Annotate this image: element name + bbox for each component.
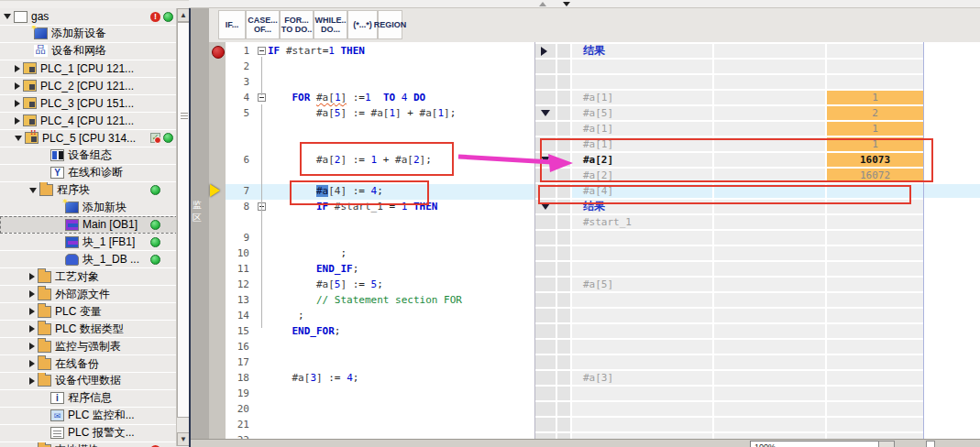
status-checkbox[interactable] bbox=[926, 441, 935, 447]
tree-scrollbar-thumb[interactable] bbox=[177, 22, 190, 418]
breakpoint-icon[interactable] bbox=[212, 46, 225, 59]
chevron-right-icon[interactable] bbox=[29, 377, 35, 385]
monitor-gut-cell[interactable] bbox=[535, 60, 556, 73]
toolbar-button-5[interactable]: REGION bbox=[378, 10, 402, 39]
tree-item-1[interactable]: 添加新设备 bbox=[0, 26, 202, 43]
monitor-gut-cell[interactable] bbox=[535, 371, 556, 385]
toolbar-button-1[interactable]: CASE... OF... bbox=[246, 10, 280, 39]
code-line-15[interactable]: END_FOR; bbox=[268, 324, 340, 338]
tree-item-5[interactable]: PLC_3 [CPU 151... bbox=[0, 95, 191, 113]
toolbar-button-2[interactable]: FOR... TO DO.. bbox=[280, 10, 314, 39]
monitor-val-cell[interactable] bbox=[827, 246, 923, 260]
monitor-gut-cell[interactable] bbox=[535, 184, 556, 198]
monitor-gut-cell[interactable] bbox=[535, 293, 556, 307]
code-line-13[interactable]: // Statement section FOR bbox=[268, 293, 462, 307]
monitor-val-cell[interactable]: 1 bbox=[827, 91, 923, 104]
monitor-val-cell[interactable] bbox=[827, 262, 923, 276]
monitor-val-cell[interactable]: 1 bbox=[827, 122, 923, 136]
code-line-14[interactable]: ; bbox=[268, 309, 304, 322]
chevron-right-icon[interactable] bbox=[29, 290, 35, 298]
zoom-button[interactable] bbox=[878, 441, 895, 447]
monitor-val-cell[interactable] bbox=[827, 418, 923, 431]
splitter-icon-top[interactable]: 监 bbox=[193, 200, 202, 210]
toolbar-button-0[interactable]: IF... bbox=[218, 10, 246, 39]
code-line-5[interactable]: #a[5] := #a[1] + #a[1]; bbox=[268, 106, 456, 120]
monitor-val-cell[interactable] bbox=[827, 355, 923, 369]
chevron-right-icon[interactable] bbox=[29, 325, 35, 333]
tree-item-4[interactable]: PLC_2 [CPU 121... bbox=[0, 78, 191, 95]
code-line-1[interactable]: IF #start=1 THEN bbox=[268, 44, 365, 58]
chevron-right-icon[interactable] bbox=[15, 100, 20, 107]
scroll-down-icon[interactable]: ▼ bbox=[177, 432, 190, 446]
monitor-gut-cell[interactable] bbox=[535, 75, 556, 89]
tree-item-0[interactable]: gas! bbox=[0, 8, 180, 26]
code-line-6[interactable]: #a[2] := 1 + #a[2]; bbox=[268, 153, 432, 167]
code-line-4[interactable]: FOR #a[1] :=1 TO 4 DO bbox=[268, 91, 425, 104]
monitor-val-cell[interactable]: 16072 bbox=[827, 169, 923, 182]
tree-scrollbar[interactable]: ▲ ▼ bbox=[176, 8, 190, 446]
tree-item-2[interactable]: 品设备和网络 bbox=[0, 43, 202, 60]
breakpoint-gutter[interactable] bbox=[209, 42, 226, 447]
monitor-val-cell[interactable]: 2 bbox=[827, 106, 923, 120]
tree-item-17[interactable]: PLC 变量 bbox=[0, 303, 205, 321]
monitor-val-cell[interactable] bbox=[827, 200, 923, 213]
monitor-val-cell[interactable] bbox=[827, 44, 923, 58]
monitor-gut-cell[interactable] bbox=[535, 309, 556, 322]
monitor-val-cell[interactable] bbox=[827, 340, 923, 354]
monitor-gut-cell[interactable] bbox=[535, 278, 556, 291]
collapse-down-icon[interactable] bbox=[563, 2, 570, 6]
tree-item-3[interactable]: PLC_1 [CPU 121... bbox=[0, 60, 191, 78]
chevron-right-icon[interactable] bbox=[29, 308, 35, 315]
monitor-val-cell[interactable] bbox=[827, 75, 923, 89]
chevron-down-icon[interactable] bbox=[4, 14, 11, 19]
monitor-chevron-down-icon[interactable] bbox=[541, 110, 550, 116]
tree-item-16[interactable]: 外部源文件 bbox=[0, 286, 205, 303]
tree-item-19[interactable]: 监控与强制表 bbox=[0, 338, 205, 355]
toolbar-button-3[interactable]: WHILE.. DO... bbox=[314, 10, 347, 39]
chevron-right-icon[interactable] bbox=[15, 82, 20, 90]
monitor-gut-cell[interactable] bbox=[535, 355, 556, 369]
monitor-gut-cell[interactable] bbox=[535, 137, 556, 151]
code-line-10[interactable]: ; bbox=[268, 246, 347, 260]
code-line-11[interactable]: END_IF; bbox=[268, 262, 358, 276]
monitor-gut-cell[interactable] bbox=[535, 91, 556, 104]
tree-item-18[interactable]: PLC 数据类型 bbox=[0, 321, 205, 338]
monitor-val-cell[interactable] bbox=[827, 231, 923, 245]
monitor-gut-cell[interactable] bbox=[535, 340, 556, 354]
monitor-gut-cell[interactable] bbox=[535, 402, 556, 416]
monitor-val-cell[interactable] bbox=[827, 60, 923, 73]
chevron-right-icon[interactable] bbox=[29, 343, 35, 350]
tree-item-21[interactable]: 设备代理数据 bbox=[0, 373, 205, 390]
monitor-val-cell[interactable]: 16073 bbox=[827, 153, 923, 167]
chevron-right-icon[interactable] bbox=[15, 117, 20, 125]
monitor-val-cell[interactable] bbox=[827, 278, 923, 291]
monitor-gut-cell[interactable] bbox=[535, 324, 556, 338]
monitor-gut-cell[interactable] bbox=[535, 387, 556, 400]
chevron-down-icon[interactable] bbox=[15, 136, 22, 141]
chevron-right-icon[interactable] bbox=[29, 273, 35, 280]
monitor-gut-cell[interactable] bbox=[535, 231, 556, 245]
code-line-8[interactable]: IF #start_1 = 1 THEN bbox=[268, 200, 437, 213]
monitor-val-cell[interactable]: 1 bbox=[827, 137, 923, 151]
monitor-val-cell[interactable] bbox=[827, 402, 923, 416]
tree-item-15[interactable]: 工艺对象 bbox=[0, 268, 205, 286]
chevron-right-icon[interactable] bbox=[15, 65, 20, 72]
code-line-12[interactable]: #a[5] := 5; bbox=[268, 278, 383, 291]
monitor-gut-cell[interactable] bbox=[535, 169, 556, 182]
code-line-7[interactable]: #a[4] := 4; bbox=[268, 184, 383, 198]
monitor-chevron-down-icon[interactable] bbox=[541, 203, 550, 210]
monitor-chevron-right-icon[interactable] bbox=[541, 47, 547, 56]
monitor-val-cell[interactable] bbox=[827, 324, 923, 338]
chevron-down-icon[interactable] bbox=[29, 188, 37, 193]
monitor-gut-cell[interactable] bbox=[535, 246, 556, 260]
monitor-val-cell[interactable] bbox=[827, 184, 923, 198]
monitor-val-cell[interactable] bbox=[827, 387, 923, 400]
tree-item-20[interactable]: 在线备份 bbox=[0, 355, 205, 373]
scroll-up-icon[interactable]: ▲ bbox=[177, 8, 190, 22]
tree-item-10[interactable]: 程序块 bbox=[0, 182, 205, 200]
splitter-strip[interactable]: 监 区 bbox=[191, 0, 209, 447]
zoom-select[interactable]: 100% bbox=[750, 441, 889, 447]
monitor-gut-cell[interactable] bbox=[535, 122, 556, 136]
collapse-up-icon[interactable] bbox=[539, 2, 546, 6]
splitter-icon-bottom[interactable]: 区 bbox=[193, 213, 202, 223]
